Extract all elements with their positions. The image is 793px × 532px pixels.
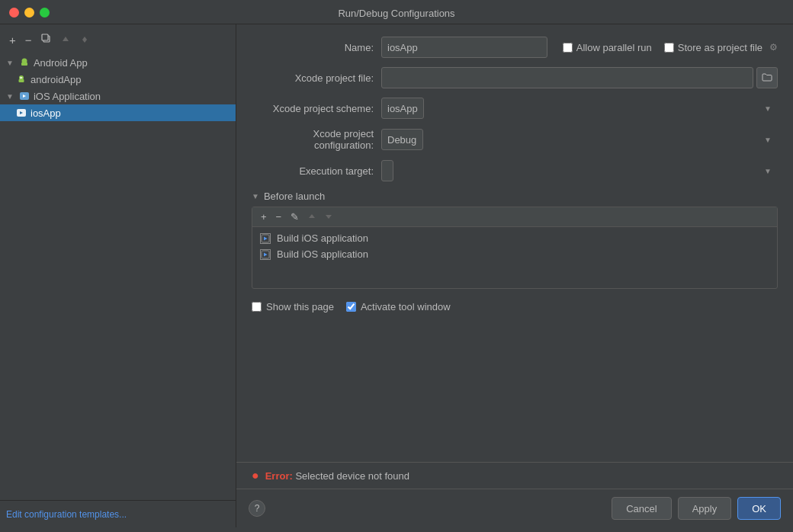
xcode-project-configuration-label: Xcode project configuration: xyxy=(252,128,381,151)
copy-config-button[interactable] xyxy=(38,32,55,48)
xcode-project-scheme-label: Xcode project scheme: xyxy=(252,103,381,114)
content-form: Name: Allow parallel run Store as projec… xyxy=(236,24,793,462)
allow-parallel-checkbox[interactable] xyxy=(563,43,573,53)
main-container: + − xyxy=(0,24,793,527)
sidebar-footer: Edit configuration templates... xyxy=(0,500,236,527)
traffic-lights xyxy=(9,8,50,18)
remove-config-button[interactable]: − xyxy=(22,32,35,48)
folder-icon xyxy=(762,72,772,84)
before-launch-add-button[interactable]: + xyxy=(257,210,271,224)
sidebar-item-label: iOS Application xyxy=(34,91,101,102)
window-title: Run/Debug Configurations xyxy=(338,8,454,19)
sidebar-item-label: androidApp xyxy=(30,74,82,85)
footer-buttons: ? Cancel Apply OK xyxy=(236,489,793,527)
content-panel: Name: Allow parallel run Store as projec… xyxy=(236,24,793,527)
before-launch-edit-button[interactable]: ✎ xyxy=(287,210,303,224)
before-launch-down-button[interactable] xyxy=(321,210,336,224)
svg-rect-1 xyxy=(42,34,48,40)
execution-target-label: Execution target: xyxy=(252,165,381,177)
svg-rect-5 xyxy=(19,79,24,82)
store-as-project-label: Store as project file ⚙ xyxy=(664,42,778,53)
before-launch-panel: + − ✎ xyxy=(252,207,778,289)
before-launch-remove-button[interactable]: − xyxy=(272,210,286,224)
svg-marker-14 xyxy=(264,252,268,256)
xcode-project-file-label: Xcode project file: xyxy=(252,72,381,84)
error-message: Error: Selected device not found xyxy=(265,470,409,482)
xcode-project-scheme-select[interactable]: iosApp xyxy=(381,98,424,119)
expand-arrow-icon: ▼ xyxy=(6,59,14,67)
before-launch-up-button[interactable] xyxy=(304,210,319,224)
move-up-icon xyxy=(61,34,70,46)
build-ios-item-1[interactable]: Build iOS application xyxy=(252,230,777,246)
sidebar: + − xyxy=(0,24,236,527)
allow-parallel-label: Allow parallel run xyxy=(563,42,652,53)
xcode-project-file-row: Xcode project file: /Users/r.gangwar.3/S… xyxy=(252,67,778,88)
name-label: Name: xyxy=(252,42,381,53)
android-group-icon xyxy=(18,56,30,69)
config-select-arrow-icon: ▼ xyxy=(764,136,772,144)
sidebar-item-iosapp[interactable]: iosApp xyxy=(0,104,236,121)
before-launch-header: ▼ Before launch xyxy=(252,191,778,202)
before-launch-label: Before launch xyxy=(264,191,325,202)
xcode-project-configuration-select-wrapper: Debug ▼ xyxy=(381,129,778,150)
copy-icon xyxy=(41,34,52,46)
xcode-project-scheme-select-wrapper: iosApp ▼ xyxy=(381,98,778,119)
sort-button[interactable] xyxy=(76,32,93,48)
bottom-options: Show this page Activate tool window xyxy=(252,296,778,317)
apply-button[interactable]: Apply xyxy=(678,497,732,520)
sort-icon xyxy=(79,34,90,46)
activate-tool-window-checkbox[interactable] xyxy=(346,302,356,312)
help-button[interactable]: ? xyxy=(249,500,265,517)
sidebar-toolbar: + − xyxy=(0,29,236,53)
sidebar-item-android-app[interactable]: ▼ Android App xyxy=(0,54,236,71)
cancel-button[interactable]: Cancel xyxy=(612,497,671,520)
activate-tool-window-option: Activate tool window xyxy=(346,301,451,312)
gear-icon: ⚙ xyxy=(769,42,778,53)
name-input[interactable] xyxy=(381,37,547,58)
store-as-project-checkbox[interactable] xyxy=(664,43,674,53)
error-bold-label: Error: xyxy=(265,470,293,482)
build-ios-icon-2 xyxy=(260,249,271,260)
execution-target-select[interactable] xyxy=(381,160,393,181)
execution-target-row: Execution target: ▼ xyxy=(252,160,778,181)
build-ios-label-2: Build iOS application xyxy=(277,248,368,260)
tree-container: ▼ Android App andr xyxy=(0,53,236,500)
svg-rect-3 xyxy=(21,62,27,66)
expand-arrow-ios-icon: ▼ xyxy=(6,92,14,101)
show-this-page-checkbox[interactable] xyxy=(252,302,262,312)
ios-run-icon xyxy=(15,107,27,119)
xcode-project-configuration-select[interactable]: Debug xyxy=(381,129,423,150)
show-this-page-option: Show this page xyxy=(252,301,334,312)
build-ios-icon-1 xyxy=(260,233,271,244)
scheme-select-arrow-icon: ▼ xyxy=(764,104,772,113)
xcode-project-file-input[interactable]: /Users/r.gangwar.3/StudioProjects/pd-mul… xyxy=(381,67,753,88)
build-ios-item-2[interactable]: Build iOS application xyxy=(252,246,777,262)
close-button[interactable] xyxy=(9,8,19,18)
svg-marker-12 xyxy=(264,236,268,240)
build-ios-label-1: Build iOS application xyxy=(277,232,368,244)
xcode-project-configuration-row: Xcode project configuration: Debug ▼ xyxy=(252,128,778,151)
edit-templates-link[interactable]: Edit configuration templates... xyxy=(6,509,127,520)
sidebar-item-ios-group[interactable]: ▼ iOS Application xyxy=(0,88,236,104)
error-icon: ● xyxy=(252,469,259,482)
browse-button[interactable] xyxy=(756,67,778,88)
sidebar-item-label: Android App xyxy=(34,57,88,69)
error-bar: ● Error: Selected device not found xyxy=(236,462,793,489)
add-config-button[interactable]: + xyxy=(6,32,19,48)
error-detail: Selected device not found xyxy=(295,470,409,482)
ok-button[interactable]: OK xyxy=(737,497,781,520)
execution-target-select-wrapper: ▼ xyxy=(381,160,778,181)
ios-group-icon xyxy=(18,90,30,102)
activate-tool-window-label: Activate tool window xyxy=(361,301,451,312)
sidebar-item-label: iosApp xyxy=(30,107,61,119)
minimize-button[interactable] xyxy=(24,8,34,18)
sidebar-item-androidapp[interactable]: androidApp xyxy=(0,71,236,88)
before-launch-toolbar: + − ✎ xyxy=(252,207,777,227)
maximize-button[interactable] xyxy=(40,8,50,18)
title-bar: Run/Debug Configurations xyxy=(0,0,793,24)
target-select-arrow-icon: ▼ xyxy=(764,167,772,175)
xcode-project-scheme-row: Xcode project scheme: iosApp ▼ xyxy=(252,98,778,119)
move-up-button[interactable] xyxy=(58,32,73,48)
android-run-icon xyxy=(15,73,27,85)
section-toggle-icon[interactable]: ▼ xyxy=(252,192,259,200)
